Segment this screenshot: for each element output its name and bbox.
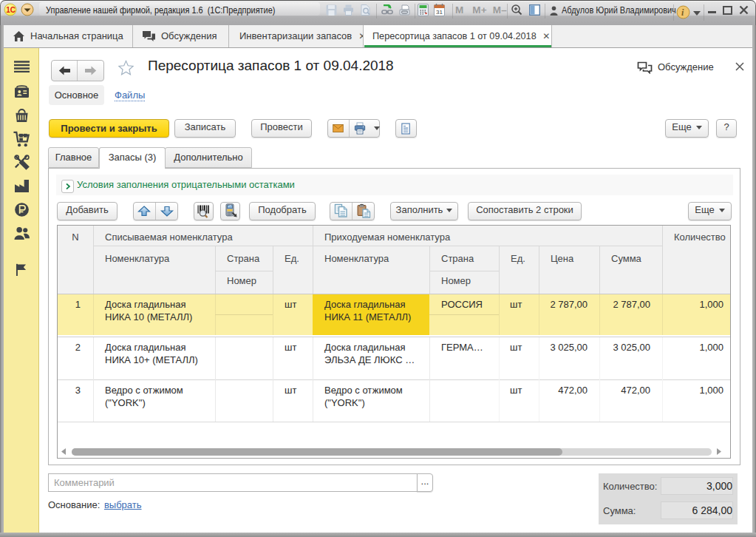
svg-text:31: 31 (436, 9, 443, 16)
svg-text:1С: 1С (6, 6, 16, 14)
